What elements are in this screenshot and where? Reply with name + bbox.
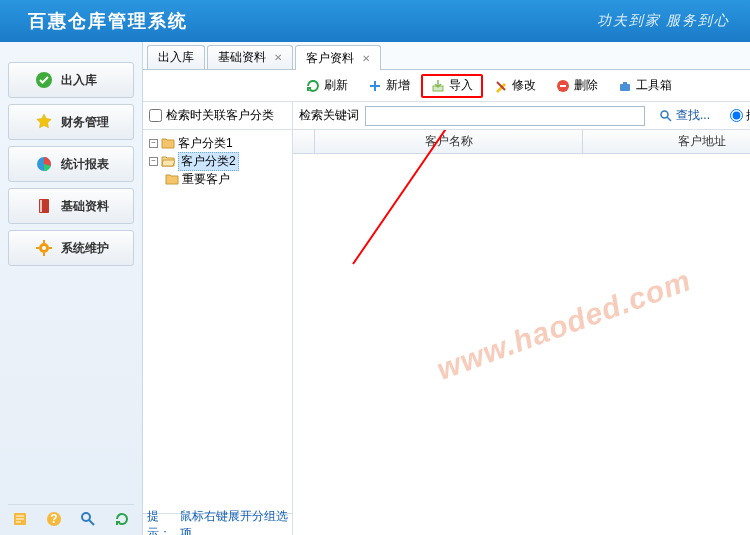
folder-icon [161, 137, 175, 149]
keyword-label: 检索关键词 [299, 107, 359, 124]
tab-in-out[interactable]: 出入库 [147, 45, 205, 69]
expander-icon[interactable]: − [149, 157, 158, 166]
plus-icon [368, 79, 382, 93]
refresh-button[interactable]: 刷新 [297, 74, 357, 98]
delete-icon [556, 79, 570, 93]
watermark-text: www.haoded.com [432, 264, 695, 388]
pencil-cross-icon [494, 79, 508, 93]
gear-icon [35, 239, 53, 257]
nav-base-data[interactable]: 基础资料 [8, 188, 134, 224]
sidebar: 出入库 财务管理 统计报表 基础资料 系统维护 [0, 42, 143, 535]
search-icon [659, 109, 673, 123]
tool-label: 导入 [449, 77, 473, 94]
nav-sys-maint[interactable]: 系统维护 [8, 230, 134, 266]
refresh-icon [306, 79, 320, 93]
import-icon [431, 79, 445, 93]
tab-basic[interactable]: 基础资料 ✕ [207, 45, 293, 69]
svg-rect-8 [36, 247, 39, 249]
toolbar: 刷新 新增 导入 修改 删除 工具箱 [143, 70, 750, 102]
grid-body[interactable]: www.haoded.com [293, 154, 750, 535]
expander-icon[interactable]: − [149, 139, 158, 148]
nav-label: 系统维护 [61, 240, 109, 257]
title-bar: 百惠仓库管理系统 功夫到家 服务到心 [0, 0, 750, 42]
grid-col-name[interactable]: 客户名称 [315, 130, 583, 153]
recent-radio[interactable] [730, 109, 743, 122]
tree-hint: 提示：鼠标右键展开分组选项 [143, 513, 292, 535]
app-title: 百惠仓库管理系统 [28, 9, 188, 33]
folder-open-icon [161, 155, 175, 167]
svg-line-14 [89, 520, 94, 525]
category-tree-pane: − 客户分类1 − 客户分类2 重要客户 提示：鼠标右键展开 [143, 130, 293, 535]
help-icon[interactable]: ? [46, 511, 62, 527]
keyword-input[interactable] [365, 106, 645, 126]
nav-label: 统计报表 [61, 156, 109, 173]
tool-label: 工具箱 [636, 77, 672, 94]
tree-node-label: 客户分类1 [178, 135, 233, 152]
svg-rect-6 [43, 240, 45, 243]
check-circle-icon [35, 71, 53, 89]
tree-node-label: 客户分类2 [178, 152, 239, 171]
tab-label: 出入库 [158, 49, 194, 66]
grid-header: 客户名称 客户地址 客 [293, 130, 750, 154]
toolbox-button[interactable]: 工具箱 [609, 74, 681, 98]
tool-label: 新增 [386, 77, 410, 94]
svg-text:?: ? [50, 512, 57, 526]
tab-label: 客户资料 [306, 50, 354, 67]
tree-node[interactable]: − 客户分类2 [145, 152, 290, 170]
nav-label: 出入库 [61, 72, 97, 89]
import-button[interactable]: 导入 [421, 74, 483, 98]
close-icon[interactable]: ✕ [274, 52, 282, 63]
svg-point-19 [661, 111, 668, 118]
svg-rect-18 [623, 82, 627, 84]
note-icon[interactable] [12, 511, 28, 527]
svg-point-5 [42, 246, 46, 250]
link-category-checkbox[interactable] [149, 109, 162, 122]
nav-label: 财务管理 [61, 114, 109, 131]
tool-label: 修改 [512, 77, 536, 94]
book-icon [35, 197, 53, 215]
recent-radio-label: 按最近录入 [746, 107, 750, 124]
tab-strip: 出入库 基础资料 ✕ 客户资料 ✕ [143, 42, 750, 70]
nav-finance[interactable]: 财务管理 [8, 104, 134, 140]
slogan-text: 功夫到家 服务到心 [597, 12, 731, 30]
close-icon[interactable]: ✕ [362, 53, 370, 64]
svg-line-20 [667, 117, 671, 121]
delete-button[interactable]: 删除 [547, 74, 607, 98]
folder-icon [165, 173, 179, 185]
refresh-footer-icon[interactable] [114, 511, 130, 527]
star-icon [35, 113, 53, 131]
tab-label: 基础资料 [218, 49, 266, 66]
find-button[interactable]: 查找... [659, 107, 710, 124]
filter-bar: 检索时关联客户分类 检索关键词 查找... 按最近录入 [143, 102, 750, 130]
tool-label: 刷新 [324, 77, 348, 94]
tree-node[interactable]: − 客户分类1 [145, 134, 290, 152]
tab-customer[interactable]: 客户资料 ✕ [295, 45, 381, 70]
nav-stats[interactable]: 统计报表 [8, 146, 134, 182]
nav-label: 基础资料 [61, 198, 109, 215]
search-footer-icon[interactable] [80, 511, 96, 527]
pie-chart-icon [35, 155, 53, 173]
toolbox-icon [618, 79, 632, 93]
main-area: 出入库 基础资料 ✕ 客户资料 ✕ 刷新 新增 导入 [143, 42, 750, 535]
tree-node[interactable]: 重要客户 [145, 170, 290, 188]
find-label: 查找... [676, 107, 710, 124]
svg-rect-3 [40, 200, 42, 212]
add-button[interactable]: 新增 [359, 74, 419, 98]
svg-point-13 [82, 513, 90, 521]
grid-col-addr[interactable]: 客户地址 [583, 130, 750, 153]
nav-in-out-stock[interactable]: 出入库 [8, 62, 134, 98]
edit-button[interactable]: 修改 [485, 74, 545, 98]
svg-rect-17 [620, 84, 630, 91]
data-grid: 客户名称 客户地址 客 www.haoded.com [293, 130, 750, 535]
tool-label: 删除 [574, 77, 598, 94]
grid-gutter-col [293, 130, 315, 153]
link-category-label: 检索时关联客户分类 [166, 107, 274, 124]
svg-rect-7 [43, 253, 45, 256]
tree-node-label: 重要客户 [182, 171, 230, 188]
svg-rect-9 [49, 247, 52, 249]
sidebar-footer: ? [8, 504, 134, 535]
